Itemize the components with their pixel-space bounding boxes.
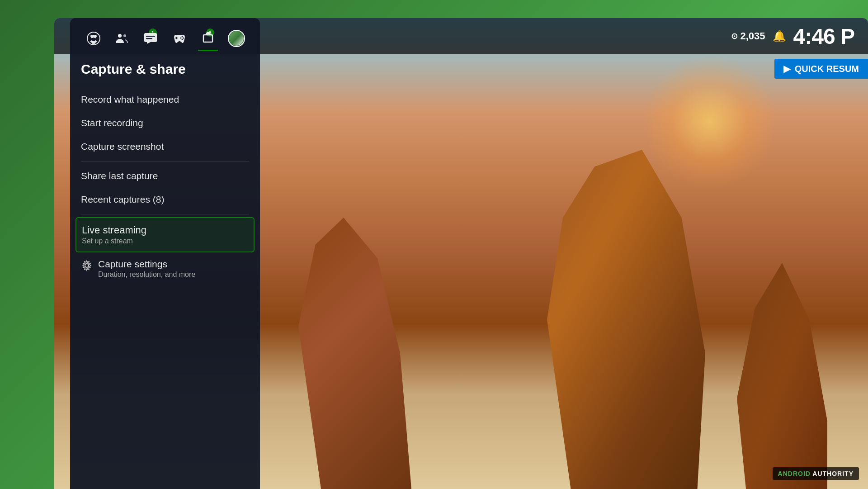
rock-left xyxy=(298,218,411,489)
gamerscore-display: ⊙ 2,035 xyxy=(731,30,765,42)
sun-glow xyxy=(642,54,778,190)
nav-icons-row: 1 8 xyxy=(70,18,260,52)
watermark: ANDROID AUTHORITY xyxy=(773,467,859,480)
nav-item-xbox[interactable] xyxy=(79,28,108,51)
gear-icon xyxy=(81,260,93,271)
menu-item-start-recording[interactable]: Start recording xyxy=(81,111,249,135)
svg-rect-12 xyxy=(203,35,212,42)
xbox-logo-icon xyxy=(86,31,101,46)
menu-item-capture-screenshot[interactable]: Capture screenshot xyxy=(81,135,249,158)
time-display: 4:46 P xyxy=(793,24,854,49)
nav-item-avatar[interactable] xyxy=(222,26,251,52)
menu-item-share-last-capture[interactable]: Share last capture xyxy=(81,164,249,188)
nav-item-chat[interactable]: 1 xyxy=(137,28,165,51)
svg-point-11 xyxy=(180,38,181,39)
menu-item-record-what-happened[interactable]: Record what happened xyxy=(81,88,249,111)
svg-point-8 xyxy=(181,36,183,38)
share-icon xyxy=(201,31,215,46)
controller-icon xyxy=(172,31,187,46)
panel-title: Capture & share xyxy=(81,62,249,77)
xbox-panel: 1 8 xyxy=(70,18,260,489)
top-bar-right: ⊙ 2,035 🔔 4:46 P xyxy=(731,24,854,49)
rock-center xyxy=(547,150,705,489)
menu-item-capture-settings[interactable]: Capture settings Duration, resolution, a… xyxy=(81,252,249,285)
capture-settings-text: Capture settings Duration, resolution, a… xyxy=(98,259,195,279)
quick-resume-button[interactable]: ▶ QUICK RESUM xyxy=(774,59,868,79)
watermark-brand: ANDROID xyxy=(778,470,811,477)
gamerscore-value: 2,035 xyxy=(741,30,765,42)
gamerscore-icon: ⊙ xyxy=(731,31,738,41)
play-icon: ▶ xyxy=(783,63,790,74)
user-avatar xyxy=(228,30,245,47)
svg-point-2 xyxy=(123,34,126,37)
svg-rect-4 xyxy=(146,36,155,37)
rock-right xyxy=(737,263,827,489)
svg-point-13 xyxy=(85,264,89,267)
svg-point-10 xyxy=(181,39,183,40)
notification-bell-icon: 🔔 xyxy=(773,30,786,43)
menu-item-recent-captures[interactable]: Recent captures (8) xyxy=(81,188,249,211)
svg-point-1 xyxy=(118,34,122,38)
panel-content: Capture & share Record what happened Sta… xyxy=(70,52,260,489)
watermark-suffix: AUTHORITY xyxy=(811,470,854,477)
avatar-image xyxy=(229,31,244,46)
divider-2 xyxy=(81,214,249,214)
people-icon xyxy=(115,31,129,46)
chat-icon xyxy=(143,31,158,46)
svg-rect-7 xyxy=(175,38,178,38)
nav-item-share[interactable]: 8 xyxy=(193,28,222,51)
nav-item-people[interactable] xyxy=(108,28,136,51)
svg-rect-3 xyxy=(144,33,157,42)
menu-item-live-streaming[interactable]: Live streaming Set up a stream xyxy=(75,217,255,252)
divider-1 xyxy=(81,161,249,161)
svg-rect-5 xyxy=(146,38,152,39)
quick-resume-label: QUICK RESUM xyxy=(795,64,859,74)
svg-point-9 xyxy=(183,38,184,39)
nav-item-controller[interactable] xyxy=(165,28,193,51)
